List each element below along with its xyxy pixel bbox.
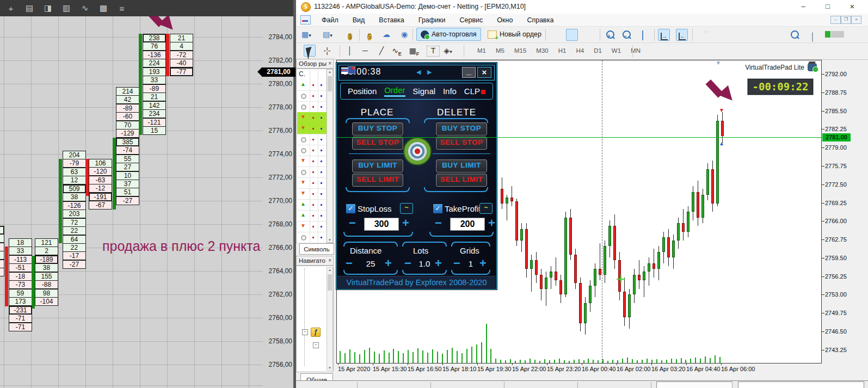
timeframe-button-mn[interactable]: MN [626,43,645,58]
navigator-header[interactable]: Навигато × [296,256,334,266]
histogram-icon[interactable]: ▥ [61,3,72,13]
grids-minus-button[interactable]: − [453,258,460,269]
market-watch-panel[interactable]: С. ▲▼▼▼▼▼▲▲▼ ▲ ▼ [296,69,334,243]
vtp-title-bar[interactable]: 00:00:38 ◀ ▶ _ × [338,65,495,81]
market-watch-row[interactable]: ▼ [297,188,327,200]
title-bar[interactable]: 5 1132246 - AMPGlobalUSA-Demo: Демо-счет… [296,0,868,14]
market-watch-row[interactable] [297,101,327,113]
takeprofit-plus-button[interactable]: + [488,218,495,229]
market-watch-scrollbar[interactable]: ▲ ▼ [327,69,333,243]
bullseye-icon[interactable] [403,137,432,165]
market-watch-row[interactable] [297,167,327,178]
vtp-tab-signal[interactable]: Signal [413,87,435,96]
vtp-close-button[interactable]: × [477,67,491,78]
cycle-icon[interactable]: $ [344,30,356,42]
place-buy-limit-button[interactable]: BUY LIMIT [352,159,403,173]
bar-chart-icon[interactable] [550,30,562,42]
cursor-tool-icon[interactable] [304,45,316,57]
delete-sell-stop-button[interactable]: SELL STOP [436,137,487,150]
navigator-panel[interactable]: − ƒ − ▲ ▼ [296,266,334,372]
list-icon[interactable]: ≡ [116,4,127,13]
minimize-button[interactable]: – [794,0,812,13]
menu-item-графики[interactable]: Графики [411,16,453,24]
candle-chart-icon[interactable] [566,29,578,41]
market-watch-header[interactable]: Обзор ры × [296,59,334,69]
timeframe-button-m30[interactable]: M30 [531,43,553,58]
flag-icon[interactable]: ◨ [42,3,53,13]
timeframe-button-m15[interactable]: M15 [509,43,531,58]
timeframe-button-h4[interactable]: H4 [571,43,589,58]
navigator-close-icon[interactable]: × [328,256,331,265]
chart-tabs-bar[interactable] [296,380,868,388]
coins-icon[interactable]: 5 [364,30,375,42]
fibonacci-tool-icon[interactable]: ▦F [408,45,420,57]
stoploss-wave-icon[interactable]: ~ [400,203,413,214]
vtp-tab-info[interactable]: Info [443,87,457,96]
takeprofit-checkbox[interactable]: ✓ [433,204,443,214]
takeprofit-input[interactable]: 200 [450,218,485,231]
zoom-out-icon[interactable]: − [620,30,632,42]
market-watch-row[interactable]: ▲ [297,210,327,221]
menu-item-вставка[interactable]: Вставка [372,16,411,24]
text-tool-icon[interactable]: T [427,46,440,57]
active-chart-tab[interactable] [656,381,732,388]
stoploss-plus-button[interactable]: + [402,218,409,229]
tab-symbols[interactable]: Символь [299,243,334,255]
market-watch-row[interactable]: ▲ [297,199,327,211]
zigzag-icon[interactable]: ∿ [79,3,90,13]
timeframe-button-h1[interactable]: H1 [553,43,571,58]
takeprofit-minus-button[interactable]: − [435,218,442,229]
virtualtradepad-panel[interactable]: 00:00:38 ◀ ▶ _ × PositionOrderSignalInfo… [336,63,497,290]
radar-icon[interactable]: ◉ [398,28,410,40]
distance-plus-button[interactable]: + [385,258,392,269]
chart-shift-icon[interactable]: → [658,29,670,41]
takeprofit-wave-icon[interactable]: ~ [479,203,493,214]
vtp-tab-order[interactable]: Order [384,85,405,97]
place-buy-stop-button[interactable]: BUY STOP [352,122,403,136]
line-chart-icon[interactable] [583,31,595,43]
chart-price-axis[interactable]: 2792.002788.752785.502782.252779.002775.… [822,0,868,364]
delete-buy-stop-button[interactable]: BUY STOP [436,122,487,136]
market-watch-row[interactable]: ▼ [297,112,327,124]
search-icon[interactable] [789,30,801,42]
timeframe-button-m5[interactable]: M5 [491,43,509,58]
chart-menu-icon[interactable] [300,15,311,24]
stoploss-checkbox[interactable]: ✓ [346,204,356,214]
market-watch-row[interactable]: ▼ [297,221,327,232]
function-icon[interactable]: ƒ [311,328,321,337]
crosshair-icon[interactable]: + [5,4,16,13]
market-watch-row[interactable] [297,232,327,243]
menu-item-файл[interactable]: Файл [315,16,346,24]
vertical-line-tool-icon[interactable]: │ [344,45,356,57]
menu-item-справка[interactable]: Справка [520,16,561,24]
lots-plus-button[interactable]: + [435,258,442,269]
profiles-icon[interactable]: ▤▾ [322,28,334,40]
market-watch-row[interactable]: ▼ [297,156,327,167]
lots-minus-button[interactable]: − [404,258,411,269]
timeframe-button-d1[interactable]: D1 [589,43,607,58]
stoploss-minus-button[interactable]: − [349,218,356,229]
distance-minus-button[interactable]: − [346,258,353,269]
menu-item-окно[interactable]: Окно [490,16,520,24]
search-doc-icon[interactable]: ▤ [24,3,35,13]
new-order-button[interactable]: Новый ордер [484,28,545,41]
trendline-tool-icon[interactable]: ╱ [375,45,387,57]
vtp-prev-icon[interactable]: ◀ [416,69,421,76]
market-watch-row[interactable]: ▼ [297,177,327,189]
autotrade-button[interactable]: Авто-торговля [416,28,481,41]
new-chart-icon[interactable]: ▦▾ [300,28,312,40]
image-icon[interactable]: ▩ [98,3,109,13]
tree-collapse-icon-2[interactable]: − [313,342,319,348]
tree-collapse-icon[interactable]: − [302,329,308,335]
stoploss-input[interactable]: 300 [364,218,399,231]
grids-plus-button[interactable]: + [479,258,487,269]
scroll-up-icon[interactable]: ▲ [327,268,333,272]
channel-tool-icon[interactable]: ∿E [391,45,403,57]
timeframe-button-w1[interactable]: W1 [607,43,626,58]
shapes-tool-icon[interactable]: ◈▾ [442,45,454,57]
market-watch-row[interactable] [297,90,327,102]
scroll-up-icon[interactable]: ▲ [327,70,333,73]
market-watch-row[interactable]: ▼ [297,123,327,134]
vtp-minimize-button[interactable]: _ [462,67,476,78]
auto-scroll-icon[interactable]: ← [676,29,688,41]
